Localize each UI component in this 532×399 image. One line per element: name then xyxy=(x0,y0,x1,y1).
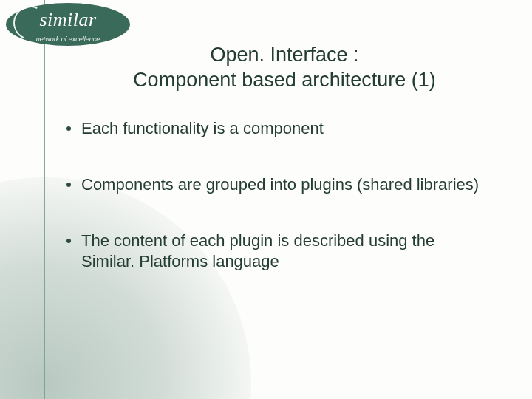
vertical-divider xyxy=(44,0,45,399)
bullet-icon xyxy=(66,183,71,187)
bullet-icon xyxy=(66,239,71,243)
bullet-icon xyxy=(66,126,71,131)
title-line-2: Component based architecture (1) xyxy=(66,68,502,93)
list-item: Components are grouped into plugins (sha… xyxy=(66,174,488,195)
logo-text: similar xyxy=(6,9,130,31)
list-item-text: The content of each plugin is described … xyxy=(81,231,488,272)
bullet-list: Each functionality is a component Compon… xyxy=(66,118,488,308)
list-item-text: Components are grouped into plugins (sha… xyxy=(81,174,488,195)
list-item: The content of each plugin is described … xyxy=(66,231,488,272)
title-line-1: Open. Interface : xyxy=(66,43,502,68)
logo-subtext: network of excellence xyxy=(6,35,130,43)
slide-title: Open. Interface : Component based archit… xyxy=(66,43,502,93)
list-item-text: Each functionality is a component xyxy=(81,118,488,139)
list-item: Each functionality is a component xyxy=(66,118,488,139)
logo-bg: similar network of excellence xyxy=(6,3,130,46)
